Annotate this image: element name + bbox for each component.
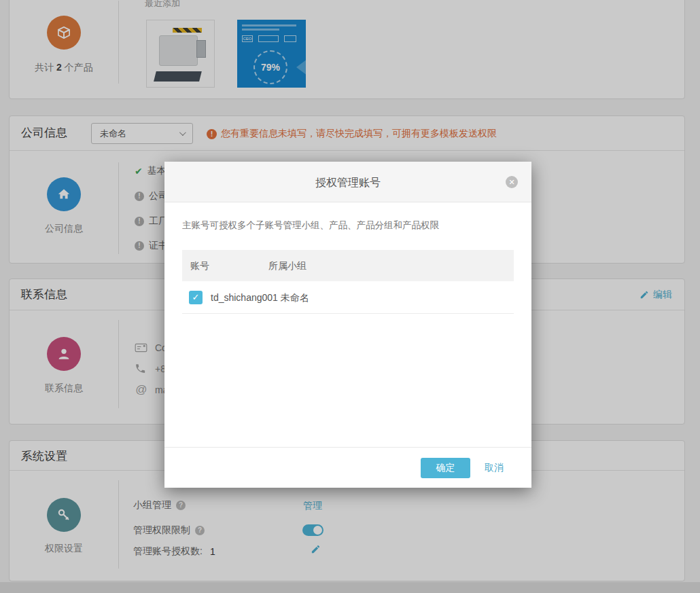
account-row-text: td_shichang001 未命名: [211, 292, 309, 304]
accounts-table: 账号 所属小组 ✓ td_shichang001 未命名: [182, 250, 514, 314]
column-header-group: 所属小组: [268, 260, 307, 272]
modal-title: 授权管理账号: [164, 176, 531, 190]
confirm-button[interactable]: 确定: [421, 458, 470, 478]
authorize-accounts-modal: 授权管理账号 ✕ 主账号可授权多个子账号管理小组、产品、产品分组和产品权限 账号…: [164, 162, 531, 488]
table-header-row: 账号 所属小组: [182, 250, 514, 281]
cancel-button[interactable]: 取消: [485, 462, 504, 474]
column-header-account: 账号: [190, 260, 209, 272]
account-group: 未命名: [281, 292, 309, 303]
modal-description: 主账号可授权多个子账号管理小组、产品、产品分组和产品权限: [182, 219, 439, 232]
modal-header: 授权管理账号 ✕: [164, 162, 531, 202]
account-checkbox[interactable]: ✓: [189, 291, 203, 304]
table-row: ✓ td_shichang001 未命名: [182, 281, 514, 314]
account-name: td_shichang001: [211, 292, 278, 303]
close-icon[interactable]: ✕: [506, 176, 518, 188]
modal-footer: 确定 取消: [164, 447, 531, 488]
